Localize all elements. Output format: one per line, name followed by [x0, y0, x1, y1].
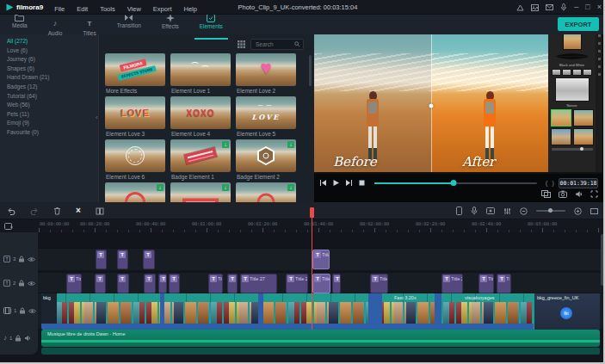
- library-scrollbar[interactable]: [309, 55, 312, 86]
- library-item[interactable]: LOVEElement Love 3: [105, 96, 165, 138]
- maximize-button[interactable]: □: [585, 3, 590, 11]
- menu-file[interactable]: File: [48, 5, 71, 13]
- close-button[interactable]: ×: [597, 3, 602, 11]
- volume-icon[interactable]: [575, 190, 583, 198]
- sidebar-item[interactable]: Emoji (9): [0, 119, 98, 128]
- export-button[interactable]: EXPORT: [558, 17, 599, 31]
- audio-track-1[interactable]: Musique libre de droits Dawn - Home: [0, 330, 605, 347]
- sidebar-item[interactable]: All (272): [0, 37, 98, 46]
- library-item[interactable]: ↓: [236, 182, 296, 202]
- title-clip[interactable]: Ti: [227, 274, 238, 293]
- previous-frame-button[interactable]: [318, 179, 327, 188]
- sidebar-item[interactable]: Tutorial (64): [0, 92, 98, 102]
- mic-icon[interactable]: [560, 3, 567, 11]
- playhead[interactable]: [312, 207, 312, 330]
- sidebar-item[interactable]: Web (56): [0, 101, 98, 110]
- title-clip[interactable]: [144, 274, 156, 293]
- snapshot-camera-icon[interactable]: [559, 190, 567, 198]
- title-clip[interactable]: [158, 274, 167, 293]
- redo-icon[interactable]: [30, 207, 39, 215]
- stop-button[interactable]: [357, 179, 366, 188]
- image-icon[interactable]: [531, 4, 539, 11]
- track-header-2[interactable]: T 2: [3, 279, 35, 287]
- title-clip[interactable]: [143, 250, 155, 269]
- audio-track-header[interactable]: ♪ 1: [3, 334, 31, 342]
- timeline-ruler[interactable]: 00:00:00:0000:00:20:0000:00:40:0000:01:0…: [0, 220, 605, 232]
- library-item[interactable]: Element Love 1: [170, 53, 231, 95]
- audio-mixer-icon[interactable]: [503, 207, 511, 215]
- sidebar-item[interactable]: Journey (6): [0, 55, 98, 65]
- title-clip[interactable]: Title: [312, 250, 330, 269]
- collapse-sidebar-icon[interactable]: ‹: [96, 114, 98, 121]
- menu-edit[interactable]: Edit: [71, 5, 94, 13]
- eye-icon[interactable]: [28, 308, 36, 314]
- library-item[interactable]: Element Love 6: [105, 139, 165, 181]
- fit-timeline-icon[interactable]: [590, 207, 598, 215]
- tab-media[interactable]: Media: [12, 14, 28, 36]
- tab-transition[interactable]: Transition: [117, 14, 141, 36]
- split-icon[interactable]: ×: [76, 207, 81, 215]
- title-clip[interactable]: Title 2: [286, 274, 308, 293]
- title-clip[interactable]: Ti: [169, 274, 180, 293]
- title-clip[interactable]: Ti: [497, 274, 511, 293]
- sidebar-item[interactable]: Pets (11): [0, 110, 98, 120]
- sidebar-item[interactable]: Love (6): [0, 46, 98, 56]
- title-clip[interactable]: [332, 274, 341, 293]
- minimize-button[interactable]: –: [574, 3, 578, 11]
- menu-help[interactable]: Help: [177, 5, 202, 13]
- seek-bar[interactable]: [374, 179, 537, 188]
- delete-icon[interactable]: [53, 207, 61, 215]
- eye-icon[interactable]: [28, 281, 35, 287]
- audio-clip[interactable]: Musique libre de droits Dawn - Home: [41, 330, 600, 347]
- screen-record-icon[interactable]: [486, 207, 495, 214]
- lock-icon[interactable]: [19, 307, 26, 314]
- video-clip-strip[interactable]: finbkgFast 3.20xvisualvoyagesbkg_greece_…: [41, 293, 600, 330]
- lock-icon[interactable]: [18, 280, 25, 287]
- timeline-scrollbar[interactable]: [601, 234, 604, 286]
- library-item[interactable]: LOVEElement Love 5: [236, 96, 296, 138]
- compare-view-icon[interactable]: [541, 190, 551, 198]
- title-clip[interactable]: Title: [370, 274, 388, 293]
- undo-icon[interactable]: [7, 207, 15, 215]
- next-frame-button[interactable]: [344, 179, 353, 188]
- lock-icon[interactable]: [18, 256, 25, 262]
- mail-icon[interactable]: [546, 4, 553, 10]
- tab-elements[interactable]: Elements: [200, 14, 223, 36]
- zoom-out-icon[interactable]: [520, 207, 528, 215]
- share-icon[interactable]: [516, 4, 524, 11]
- title-clip[interactable]: Titl: [66, 274, 82, 293]
- fullscreen-icon[interactable]: [590, 190, 598, 198]
- seek-knob[interactable]: [451, 180, 457, 186]
- title-clip[interactable]: Titl: [208, 274, 223, 293]
- mark-out-icon[interactable]: ): [552, 179, 554, 188]
- zoom-slider-knob[interactable]: [548, 208, 553, 213]
- grid-view-icon[interactable]: [238, 40, 245, 48]
- title-clip[interactable]: Title 27: [240, 274, 277, 293]
- mark-in-icon[interactable]: (: [546, 179, 548, 188]
- track-header-3[interactable]: T 3: [3, 255, 35, 263]
- title-clip[interactable]: [96, 250, 107, 269]
- library-item[interactable]: FILMORAEFFECTS STOREMore Effects: [105, 53, 165, 95]
- sidebar-item[interactable]: Badges (12): [0, 83, 98, 92]
- title-clip[interactable]: Title 27: [441, 274, 463, 293]
- menu-export[interactable]: Export: [147, 5, 178, 13]
- timeline-zoom-slider[interactable]: [536, 210, 565, 212]
- title-track-3[interactable]: Title: [0, 248, 605, 270]
- title-clip[interactable]: [117, 250, 128, 269]
- menu-view[interactable]: View: [121, 5, 147, 13]
- track-header-1[interactable]: 1: [3, 306, 36, 315]
- library-item[interactable]: XOXOElement Love 4: [170, 96, 231, 138]
- phone-icon[interactable]: [456, 207, 462, 215]
- tab-audio[interactable]: ♪Audio: [48, 14, 63, 36]
- search-input[interactable]: [254, 40, 294, 48]
- title-track-2[interactable]: TitlTiTitlTiTitle 27Title 2TitleTitleTit…: [0, 272, 605, 294]
- title-clip[interactable]: Title: [478, 274, 494, 293]
- crop-icon[interactable]: [96, 207, 104, 215]
- zoom-in-icon[interactable]: [574, 207, 582, 215]
- library-item[interactable]: ♥Element Love 2: [236, 53, 296, 95]
- play-button[interactable]: [331, 179, 340, 188]
- video-track-1[interactable]: finbkgFast 3.20xvisualvoyagesbkg_greece_…: [0, 293, 605, 329]
- menu-tools[interactable]: Tools: [94, 5, 121, 13]
- title-clip[interactable]: Title: [312, 274, 330, 293]
- sidebar-item[interactable]: Shapes (6): [0, 65, 98, 74]
